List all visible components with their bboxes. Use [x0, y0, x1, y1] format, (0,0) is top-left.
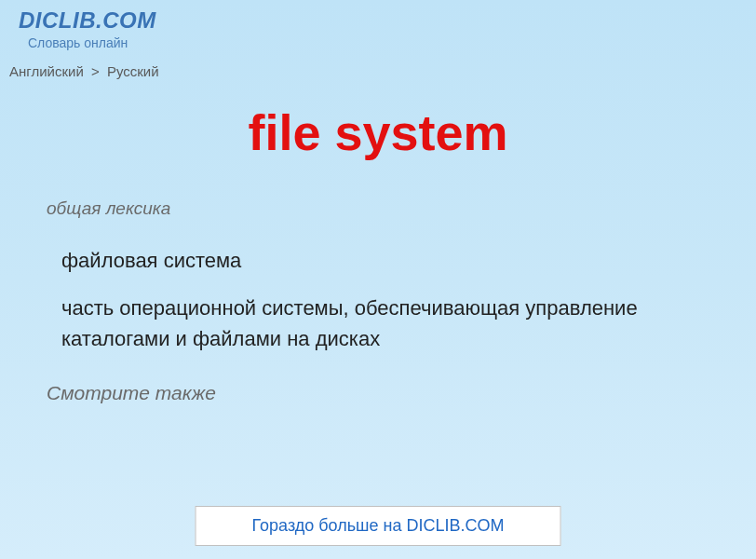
breadcrumb: Английский > Русский — [0, 54, 756, 85]
breadcrumb-separator: > — [91, 63, 100, 79]
more-link-banner[interactable]: Гораздо больше на DICLIB.COM — [196, 506, 561, 546]
site-subtitle: Словарь онлайн — [19, 35, 737, 50]
header: DICLIB.COM Словарь онлайн — [0, 0, 756, 54]
definition-item: файловая система — [47, 245, 709, 276]
breadcrumb-from[interactable]: Английский — [9, 63, 84, 79]
entry-term: file system — [0, 103, 756, 161]
see-also-label: Смотрите также — [47, 382, 709, 404]
site-title[interactable]: DICLIB.COM — [19, 7, 737, 34]
definition-item: часть операционной системы, обеспечивающ… — [47, 293, 709, 354]
breadcrumb-to[interactable]: Русский — [107, 63, 159, 79]
entry-content: общая лексика файловая система часть опе… — [0, 198, 756, 404]
entry-category: общая лексика — [47, 198, 709, 219]
